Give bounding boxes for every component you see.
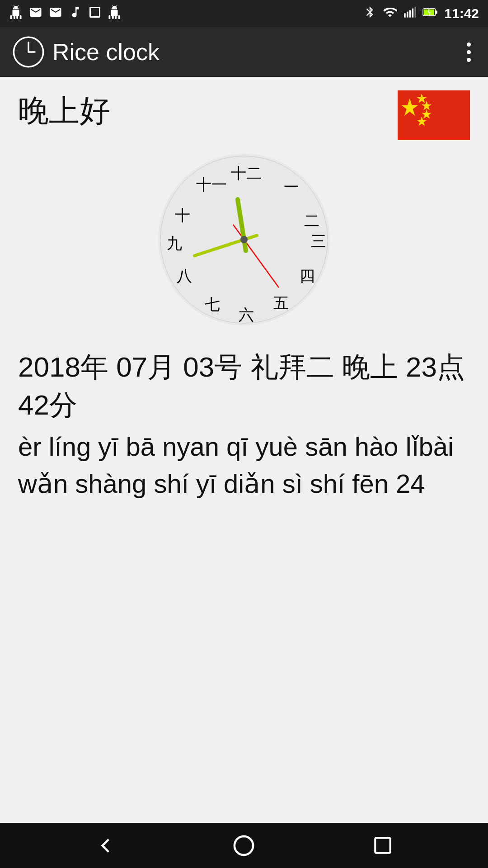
android-icon	[9, 5, 23, 22]
overflow-dot-2	[467, 50, 471, 54]
svg-point-41	[240, 236, 248, 243]
svg-text:二: 二	[304, 212, 319, 229]
home-button[interactable]	[228, 830, 260, 861]
signal-icon	[404, 6, 416, 22]
header-row: 晚上好	[18, 90, 470, 140]
music-icon	[69, 5, 82, 22]
clock-svg: 一 二 三 四 五 六 七 八 九 十 十一	[158, 154, 330, 326]
svg-text:十一: 十一	[196, 176, 227, 193]
recents-button[interactable]	[367, 830, 399, 861]
gmail-icon	[29, 5, 42, 22]
svg-text:九: 九	[167, 235, 182, 252]
svg-rect-1	[404, 13, 406, 17]
clock-app-icon	[13, 36, 44, 68]
time-pinyin: èr líng yī bā nyan qī yuè sān hào lǐbài …	[18, 428, 470, 501]
china-flag	[398, 90, 470, 140]
svg-text:十: 十	[175, 207, 190, 224]
svg-rect-15	[398, 91, 470, 140]
wifi-icon	[383, 5, 397, 23]
svg-rect-0	[90, 7, 100, 17]
svg-text:七: 七	[205, 296, 220, 313]
back-button[interactable]	[89, 830, 121, 861]
greeting-text: 晚上好	[18, 90, 110, 132]
app-bar-left: Rice clock	[13, 36, 160, 68]
app-title: Rice clock	[52, 38, 160, 66]
gmail-icon-2	[49, 5, 62, 22]
svg-text:五: 五	[273, 294, 289, 311]
svg-rect-3	[409, 10, 411, 17]
svg-text:四: 四	[300, 267, 315, 284]
svg-text:八: 八	[177, 267, 192, 284]
battery-icon	[422, 6, 438, 22]
svg-rect-43	[375, 838, 390, 853]
svg-rect-2	[407, 11, 408, 17]
svg-rect-4	[412, 8, 414, 17]
svg-text:六: 六	[239, 306, 254, 323]
svg-text:一: 一	[284, 178, 299, 195]
bottom-nav	[0, 823, 488, 868]
svg-rect-5	[415, 7, 417, 17]
status-bar: 11:42	[0, 0, 488, 27]
status-icons-left	[9, 5, 121, 22]
clock-wrapper: 一 二 三 四 五 六 七 八 九 十 十一	[18, 154, 470, 326]
svg-text:十二: 十二	[231, 165, 262, 182]
square-icon	[89, 6, 101, 22]
overflow-dot-3	[467, 58, 471, 62]
analog-clock: 一 二 三 四 五 六 七 八 九 十 十一	[158, 154, 330, 326]
time-chinese: 2018年 07月 03号 礼拜二 晚上 23点 42分	[18, 348, 470, 424]
overflow-menu-button[interactable]	[462, 38, 475, 66]
svg-point-42	[235, 836, 253, 854]
time-display: 11:42	[444, 6, 479, 21]
main-content: 晚上好 一	[0, 77, 488, 823]
android-icon-2	[108, 5, 121, 22]
svg-text:三: 三	[311, 232, 326, 250]
app-bar: Rice clock	[0, 27, 488, 77]
flag-svg	[398, 90, 470, 140]
svg-rect-8	[436, 10, 438, 14]
bluetooth-icon	[364, 6, 376, 22]
overflow-dot-1	[467, 42, 471, 47]
status-icons-right: 11:42	[364, 5, 479, 23]
